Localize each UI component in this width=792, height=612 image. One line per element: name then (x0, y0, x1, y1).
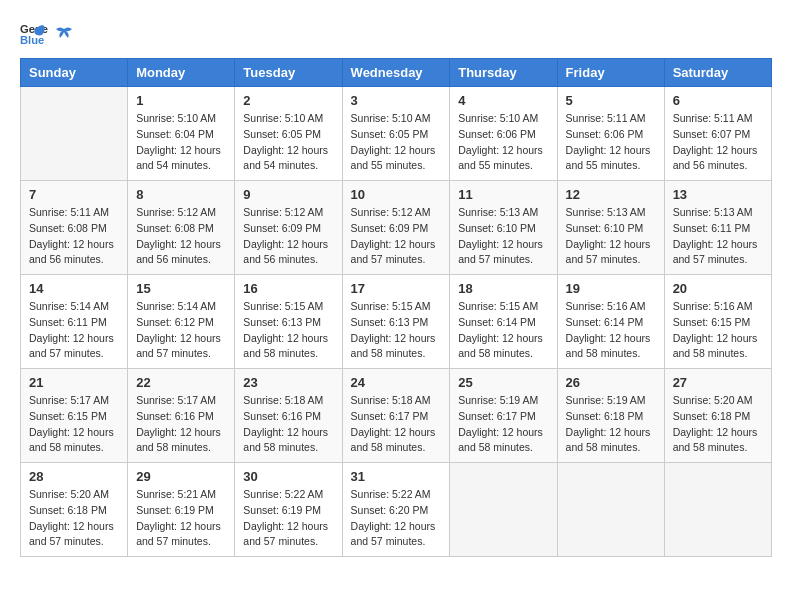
day-info: Sunrise: 5:11 AM Sunset: 6:08 PM Dayligh… (29, 205, 119, 268)
day-number: 6 (673, 93, 763, 108)
calendar-cell (664, 463, 771, 557)
day-info: Sunrise: 5:12 AM Sunset: 6:09 PM Dayligh… (351, 205, 442, 268)
calendar-week-row: 7Sunrise: 5:11 AM Sunset: 6:08 PM Daylig… (21, 181, 772, 275)
calendar-week-row: 28Sunrise: 5:20 AM Sunset: 6:18 PM Dayli… (21, 463, 772, 557)
day-info: Sunrise: 5:16 AM Sunset: 6:14 PM Dayligh… (566, 299, 656, 362)
day-number: 10 (351, 187, 442, 202)
day-info: Sunrise: 5:12 AM Sunset: 6:09 PM Dayligh… (243, 205, 333, 268)
calendar-cell: 23Sunrise: 5:18 AM Sunset: 6:16 PM Dayli… (235, 369, 342, 463)
header-friday: Friday (557, 59, 664, 87)
day-number: 30 (243, 469, 333, 484)
calendar-cell: 27Sunrise: 5:20 AM Sunset: 6:18 PM Dayli… (664, 369, 771, 463)
header-monday: Monday (128, 59, 235, 87)
day-number: 24 (351, 375, 442, 390)
day-info: Sunrise: 5:17 AM Sunset: 6:15 PM Dayligh… (29, 393, 119, 456)
header-wednesday: Wednesday (342, 59, 450, 87)
day-info: Sunrise: 5:18 AM Sunset: 6:17 PM Dayligh… (351, 393, 442, 456)
header-saturday: Saturday (664, 59, 771, 87)
calendar-cell: 2Sunrise: 5:10 AM Sunset: 6:05 PM Daylig… (235, 87, 342, 181)
logo-icon: General Blue (20, 20, 48, 48)
day-number: 31 (351, 469, 442, 484)
day-number: 9 (243, 187, 333, 202)
calendar-cell (21, 87, 128, 181)
calendar-cell: 28Sunrise: 5:20 AM Sunset: 6:18 PM Dayli… (21, 463, 128, 557)
day-info: Sunrise: 5:20 AM Sunset: 6:18 PM Dayligh… (673, 393, 763, 456)
day-number: 13 (673, 187, 763, 202)
day-info: Sunrise: 5:22 AM Sunset: 6:19 PM Dayligh… (243, 487, 333, 550)
calendar-cell: 16Sunrise: 5:15 AM Sunset: 6:13 PM Dayli… (235, 275, 342, 369)
header-sunday: Sunday (21, 59, 128, 87)
header-tuesday: Tuesday (235, 59, 342, 87)
day-info: Sunrise: 5:16 AM Sunset: 6:15 PM Dayligh… (673, 299, 763, 362)
day-info: Sunrise: 5:17 AM Sunset: 6:16 PM Dayligh… (136, 393, 226, 456)
day-info: Sunrise: 5:18 AM Sunset: 6:16 PM Dayligh… (243, 393, 333, 456)
day-number: 20 (673, 281, 763, 296)
day-info: Sunrise: 5:10 AM Sunset: 6:05 PM Dayligh… (351, 111, 442, 174)
day-info: Sunrise: 5:21 AM Sunset: 6:19 PM Dayligh… (136, 487, 226, 550)
calendar-table: SundayMondayTuesdayWednesdayThursdayFrid… (20, 58, 772, 557)
calendar-cell: 18Sunrise: 5:15 AM Sunset: 6:14 PM Dayli… (450, 275, 557, 369)
calendar-cell: 17Sunrise: 5:15 AM Sunset: 6:13 PM Dayli… (342, 275, 450, 369)
calendar-cell: 7Sunrise: 5:11 AM Sunset: 6:08 PM Daylig… (21, 181, 128, 275)
day-info: Sunrise: 5:13 AM Sunset: 6:10 PM Dayligh… (458, 205, 548, 268)
calendar-cell: 6Sunrise: 5:11 AM Sunset: 6:07 PM Daylig… (664, 87, 771, 181)
svg-text:Blue: Blue (20, 34, 44, 46)
calendar-week-row: 14Sunrise: 5:14 AM Sunset: 6:11 PM Dayli… (21, 275, 772, 369)
day-number: 26 (566, 375, 656, 390)
calendar-cell: 14Sunrise: 5:14 AM Sunset: 6:11 PM Dayli… (21, 275, 128, 369)
calendar-cell: 29Sunrise: 5:21 AM Sunset: 6:19 PM Dayli… (128, 463, 235, 557)
day-number: 29 (136, 469, 226, 484)
calendar-cell: 12Sunrise: 5:13 AM Sunset: 6:10 PM Dayli… (557, 181, 664, 275)
day-number: 7 (29, 187, 119, 202)
calendar-cell: 21Sunrise: 5:17 AM Sunset: 6:15 PM Dayli… (21, 369, 128, 463)
day-info: Sunrise: 5:13 AM Sunset: 6:10 PM Dayligh… (566, 205, 656, 268)
day-number: 17 (351, 281, 442, 296)
calendar-cell: 22Sunrise: 5:17 AM Sunset: 6:16 PM Dayli… (128, 369, 235, 463)
day-number: 22 (136, 375, 226, 390)
day-number: 18 (458, 281, 548, 296)
logo: General Blue (20, 20, 74, 48)
day-info: Sunrise: 5:13 AM Sunset: 6:11 PM Dayligh… (673, 205, 763, 268)
calendar-cell (450, 463, 557, 557)
day-info: Sunrise: 5:15 AM Sunset: 6:14 PM Dayligh… (458, 299, 548, 362)
day-number: 28 (29, 469, 119, 484)
day-number: 21 (29, 375, 119, 390)
logo-bird-icon (54, 24, 74, 44)
calendar-cell: 4Sunrise: 5:10 AM Sunset: 6:06 PM Daylig… (450, 87, 557, 181)
day-info: Sunrise: 5:11 AM Sunset: 6:07 PM Dayligh… (673, 111, 763, 174)
calendar-cell: 11Sunrise: 5:13 AM Sunset: 6:10 PM Dayli… (450, 181, 557, 275)
calendar-cell (557, 463, 664, 557)
day-info: Sunrise: 5:12 AM Sunset: 6:08 PM Dayligh… (136, 205, 226, 268)
calendar-cell: 19Sunrise: 5:16 AM Sunset: 6:14 PM Dayli… (557, 275, 664, 369)
calendar-cell: 25Sunrise: 5:19 AM Sunset: 6:17 PM Dayli… (450, 369, 557, 463)
day-info: Sunrise: 5:11 AM Sunset: 6:06 PM Dayligh… (566, 111, 656, 174)
day-number: 1 (136, 93, 226, 108)
calendar-week-row: 21Sunrise: 5:17 AM Sunset: 6:15 PM Dayli… (21, 369, 772, 463)
day-number: 8 (136, 187, 226, 202)
calendar-cell: 1Sunrise: 5:10 AM Sunset: 6:04 PM Daylig… (128, 87, 235, 181)
day-info: Sunrise: 5:10 AM Sunset: 6:05 PM Dayligh… (243, 111, 333, 174)
day-info: Sunrise: 5:14 AM Sunset: 6:11 PM Dayligh… (29, 299, 119, 362)
calendar-cell: 5Sunrise: 5:11 AM Sunset: 6:06 PM Daylig… (557, 87, 664, 181)
day-info: Sunrise: 5:10 AM Sunset: 6:06 PM Dayligh… (458, 111, 548, 174)
day-number: 12 (566, 187, 656, 202)
day-number: 15 (136, 281, 226, 296)
day-number: 23 (243, 375, 333, 390)
calendar-cell: 24Sunrise: 5:18 AM Sunset: 6:17 PM Dayli… (342, 369, 450, 463)
day-info: Sunrise: 5:20 AM Sunset: 6:18 PM Dayligh… (29, 487, 119, 550)
calendar-cell: 10Sunrise: 5:12 AM Sunset: 6:09 PM Dayli… (342, 181, 450, 275)
day-number: 2 (243, 93, 333, 108)
day-number: 25 (458, 375, 548, 390)
day-number: 27 (673, 375, 763, 390)
day-number: 3 (351, 93, 442, 108)
calendar-cell: 13Sunrise: 5:13 AM Sunset: 6:11 PM Dayli… (664, 181, 771, 275)
day-number: 19 (566, 281, 656, 296)
day-number: 14 (29, 281, 119, 296)
day-number: 4 (458, 93, 548, 108)
day-info: Sunrise: 5:10 AM Sunset: 6:04 PM Dayligh… (136, 111, 226, 174)
calendar-cell: 15Sunrise: 5:14 AM Sunset: 6:12 PM Dayli… (128, 275, 235, 369)
page-header: General Blue (20, 20, 772, 48)
calendar-cell: 3Sunrise: 5:10 AM Sunset: 6:05 PM Daylig… (342, 87, 450, 181)
header-thursday: Thursday (450, 59, 557, 87)
calendar-cell: 31Sunrise: 5:22 AM Sunset: 6:20 PM Dayli… (342, 463, 450, 557)
